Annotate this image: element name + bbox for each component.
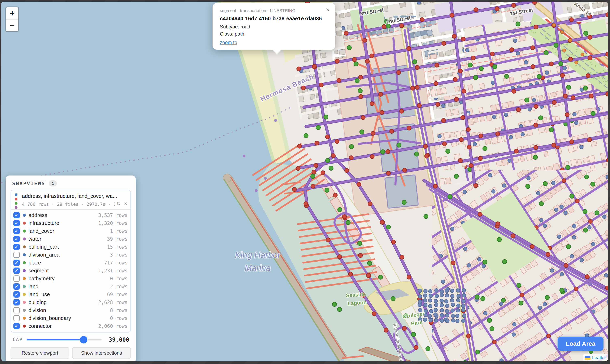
load-area-button[interactable]: Load Area xyxy=(557,337,604,351)
restore-viewport-button[interactable]: Restore viewport xyxy=(11,347,69,359)
zoom-in-button[interactable]: + xyxy=(6,7,18,19)
popup-close-icon[interactable]: × xyxy=(326,6,330,13)
layer-row-segment: ✓ segment 1,231 rows xyxy=(13,267,128,275)
cap-slider[interactable] xyxy=(27,336,102,343)
layer-name: address xyxy=(28,212,47,218)
layer-name: infrastructure xyxy=(28,220,59,226)
layer-row-water: ✓ water 39 rows xyxy=(13,235,128,243)
layer-row-place: ✓ place 717 rows xyxy=(13,259,128,267)
show-intersections-button[interactable]: Show intersections xyxy=(72,347,131,359)
zoom-control: + − xyxy=(5,6,19,32)
layer-name: place xyxy=(28,260,41,266)
snapview-title: address, infrastructure, land_cover, wa.… xyxy=(22,193,127,199)
layer-row-land: ✓ land 2 rows xyxy=(13,283,128,290)
popup-meta: segment · transportation · LINESTRING xyxy=(220,8,328,13)
card-close-icon[interactable]: × xyxy=(124,200,127,207)
layer-checkbox[interactable]: ✓ xyxy=(13,323,20,329)
layer-color-dot xyxy=(23,325,26,328)
layer-color-dot xyxy=(23,261,26,264)
layer-row-infrastructure: ✓ infrastructure 1,320 rows xyxy=(13,219,128,227)
layer-checkbox[interactable] xyxy=(13,275,20,282)
popup-zoom-to-link[interactable]: zoom to xyxy=(220,39,237,45)
layer-checkbox[interactable]: ✓ xyxy=(13,299,20,306)
layer-checkbox[interactable]: ✓ xyxy=(13,283,20,290)
layer-row-count: 3,537 rows xyxy=(98,212,128,218)
cap-label: CAP xyxy=(13,337,23,342)
layer-color-dot xyxy=(23,237,26,240)
layer-name: land_use xyxy=(28,291,50,298)
layer-color-dot xyxy=(23,309,26,312)
layer-name: water xyxy=(28,236,41,242)
layer-color-dot xyxy=(23,269,26,272)
layer-color-dot xyxy=(23,277,26,280)
panel-count-badge: 1 xyxy=(49,180,57,186)
layer-name: division_area xyxy=(28,252,60,258)
layer-checkbox[interactable]: ✓ xyxy=(13,220,20,226)
layer-color-dot xyxy=(23,293,26,296)
layer-name: building xyxy=(28,299,47,306)
snapview-layer-dots xyxy=(15,193,17,209)
popup-class: Class: path xyxy=(220,30,328,38)
zoom-out-button[interactable]: − xyxy=(6,19,18,31)
layer-name: division xyxy=(28,307,46,313)
layer-row-count: 69 rows xyxy=(107,292,128,297)
layer-checkbox[interactable] xyxy=(13,315,20,321)
layer-row-count: 0 rows xyxy=(110,315,128,321)
layer-color-dot xyxy=(23,285,26,288)
layer-checkbox[interactable]: ✓ xyxy=(13,228,20,234)
popup-feature-id: c4a04940-16d7-4150-b738-eaae1e7da036 xyxy=(220,15,328,22)
snapview-card[interactable]: address, infrastructure, land_cover, wa.… xyxy=(11,190,131,333)
layer-row-building_part: ✓ building_part 15 rows xyxy=(13,243,128,251)
panel-title: SNAPVIEWS xyxy=(12,181,45,186)
layer-row-bathymetry: bathymetry 0 rows xyxy=(13,275,128,283)
cap-value: 39,000 xyxy=(106,336,129,343)
layer-color-dot xyxy=(23,230,26,233)
layer-checkbox[interactable] xyxy=(13,307,20,313)
layer-checkbox[interactable]: ✓ xyxy=(13,236,20,242)
popup-subtype: Subtype: road xyxy=(220,23,328,30)
layer-name: segment xyxy=(28,268,49,274)
snapviews-panel: SNAPVIEWS 1 address, infrastructure, lan… xyxy=(6,176,136,361)
layer-color-dot xyxy=(23,301,26,304)
feature-popup: × segment · transportation · LINESTRING … xyxy=(212,3,335,50)
layer-color-dot xyxy=(23,214,26,217)
layer-row-count: 1 rows xyxy=(110,228,128,234)
layer-row-count: 717 rows xyxy=(104,260,128,266)
refresh-icon[interactable]: ↻ xyxy=(117,200,121,207)
layer-checkbox[interactable]: ✓ xyxy=(13,212,20,218)
layer-checkbox[interactable]: ✓ xyxy=(13,260,20,266)
layer-name: division_boundary xyxy=(28,315,71,321)
layer-row-land_use: ✓ land_use 69 rows xyxy=(13,290,128,299)
layer-row-count: 1,231 rows xyxy=(98,268,128,273)
map-label-king-harbor-2: Marina xyxy=(245,263,271,273)
map-viewport[interactable]: Hermosa Beach King Harbor Marina 3rd Str… xyxy=(1,2,608,361)
layer-name: land xyxy=(28,283,39,290)
map-label-king-harbor-1: King Harbor xyxy=(235,250,281,260)
layer-color-dot xyxy=(23,253,26,256)
layer-row-division: division 8 rows xyxy=(13,306,128,314)
layer-checkbox[interactable] xyxy=(13,252,20,258)
layer-name: building_part xyxy=(28,244,59,250)
layer-checkbox[interactable]: ✓ xyxy=(13,291,20,298)
layer-row-count: 2,060 rows xyxy=(98,323,128,329)
layer-checkbox[interactable]: ✓ xyxy=(13,244,20,250)
snapview-subtitle: 4,786 rows · 29 files · 2970.7s · 12:52 … xyxy=(22,202,123,207)
layer-row-division_area: division_area 3 rows xyxy=(13,251,128,259)
leaflet-attribution-link[interactable]: Leaflet xyxy=(592,355,606,360)
layer-name: connector xyxy=(28,323,52,329)
layer-row-address: ✓ address 3,537 rows xyxy=(13,211,128,219)
layer-row-count: 39 rows xyxy=(107,236,128,242)
layer-row-count: 8 rows xyxy=(110,308,128,313)
layer-name: land_cover xyxy=(28,228,54,234)
layer-row-building: ✓ building 2,628 rows xyxy=(13,299,128,306)
layer-color-dot xyxy=(23,221,26,225)
layer-row-count: 0 rows xyxy=(110,276,128,282)
layer-checkbox[interactable]: ✓ xyxy=(13,268,20,274)
layer-row-count: 15 rows xyxy=(107,244,128,250)
cap-slider-thumb[interactable] xyxy=(80,336,87,343)
layer-row-division_boundary: division_boundary 0 rows xyxy=(13,314,128,322)
layer-row-count: 3 rows xyxy=(110,252,128,258)
layer-name: bathymetry xyxy=(28,275,55,282)
layer-row-count: 1,320 rows xyxy=(98,221,128,226)
ukraine-flag-icon xyxy=(585,356,590,360)
